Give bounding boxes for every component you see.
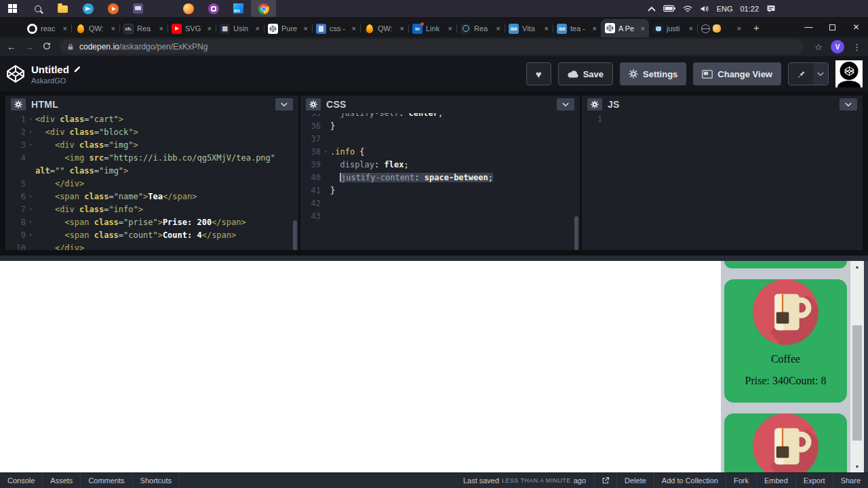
- code-line[interactable]: 38▾.info {: [300, 146, 580, 159]
- code-line[interactable]: 40 justify-content: space-between;: [300, 171, 580, 184]
- pen-author[interactable]: AskardGO: [31, 77, 81, 85]
- like-button[interactable]: ♥: [526, 62, 551, 85]
- browser-tab[interactable]: ch.Rea×: [119, 20, 167, 37]
- codepen-logo-icon[interactable]: [5, 64, 26, 84]
- code-line[interactable]: 7▾ <div class="info">: [5, 203, 298, 216]
- code-line[interactable]: 41}: [300, 184, 580, 197]
- address-bar[interactable]: codepen.io/askardgo/pen/ExKxPNg: [60, 39, 804, 54]
- html-editor-scrollbar[interactable]: [293, 220, 297, 250]
- css-settings-gear-icon[interactable]: [306, 98, 321, 110]
- tray-chevron-up-icon[interactable]: [648, 5, 656, 13]
- footer-embed-button[interactable]: Embed: [756, 473, 795, 488]
- tab-close-icon[interactable]: ×: [63, 24, 67, 33]
- fold-arrow-icon[interactable]: ▾: [26, 190, 35, 203]
- browser-tab[interactable]: QW:×: [71, 20, 119, 37]
- notification-center-icon[interactable]: [766, 4, 776, 14]
- tab-close-icon[interactable]: ×: [448, 24, 452, 33]
- browser-tab[interactable]: SVG×: [167, 20, 216, 37]
- tab-close-icon[interactable]: ×: [737, 24, 741, 33]
- browser-tab[interactable]: justi×: [649, 20, 697, 37]
- browser-tab[interactable]: Pure×: [264, 20, 312, 37]
- open-external-icon[interactable]: [594, 473, 616, 488]
- code-line[interactable]: 4 <img src="https://i.ibb.co/qg5XMjV/tea…: [5, 152, 298, 165]
- forward-button[interactable]: →: [24, 42, 34, 52]
- footer-delete-button[interactable]: Delete: [616, 473, 654, 488]
- fold-arrow-icon[interactable]: ▾: [321, 146, 330, 159]
- tab-close-icon[interactable]: ×: [593, 24, 597, 33]
- browser-tab-active[interactable]: A Pe×: [601, 19, 649, 37]
- taskbar-chrome-icon[interactable]: [251, 0, 276, 17]
- browser-tab[interactable]: ibbtea -×: [553, 20, 601, 37]
- footer-share-button[interactable]: Share: [833, 473, 868, 488]
- js-settings-gear-icon[interactable]: [587, 98, 602, 110]
- user-avatar[interactable]: [835, 60, 863, 87]
- tab-close-icon[interactable]: ×: [400, 24, 404, 33]
- fold-arrow-icon[interactable]: ▾: [26, 139, 35, 152]
- fold-arrow-icon[interactable]: ▾: [26, 216, 35, 229]
- footer-shortcuts-button[interactable]: Shortcuts: [133, 473, 180, 488]
- pin-button[interactable]: [789, 63, 813, 85]
- footer-comments-button[interactable]: Comments: [81, 473, 132, 488]
- code-line[interactable]: 6▾ <span class="name">Tea</span>: [5, 190, 298, 203]
- fold-arrow-icon[interactable]: ▾: [26, 203, 35, 216]
- tab-close-icon[interactable]: ×: [689, 24, 693, 33]
- taskbar-screen-app-icon[interactable]: [125, 0, 151, 17]
- taskbar-firefox-icon[interactable]: [176, 0, 201, 17]
- code-line[interactable]: 36}: [300, 120, 580, 133]
- save-button[interactable]: Save: [558, 62, 613, 85]
- browser-tab[interactable]: reac×: [23, 20, 71, 37]
- bookmark-star-icon[interactable]: ☆: [814, 42, 823, 52]
- fold-arrow-icon[interactable]: ▾: [26, 126, 35, 139]
- wifi-icon[interactable]: [683, 4, 692, 14]
- browser-tab[interactable]: ×: [697, 20, 745, 37]
- code-line[interactable]: 10 </div>: [5, 242, 298, 250]
- taskbar-explorer-icon[interactable]: [50, 0, 75, 17]
- taskbar-telegram-icon[interactable]: [75, 0, 100, 17]
- code-line[interactable]: 1▾<div class="cart">: [5, 113, 298, 126]
- tab-close-icon[interactable]: ×: [256, 24, 260, 33]
- code-line[interactable]: 43: [300, 210, 580, 223]
- code-line[interactable]: 35 justify-self: center;: [300, 113, 580, 120]
- code-line[interactable]: 9▾ <span class="count">Count: 4</span>: [5, 229, 298, 242]
- reload-button[interactable]: [42, 41, 52, 52]
- edit-pencil-icon[interactable]: [73, 65, 81, 73]
- html-collapse-chevron-icon[interactable]: [275, 98, 293, 110]
- footer-export-button[interactable]: Export: [795, 473, 833, 488]
- footer-console-button[interactable]: Console: [0, 473, 43, 488]
- html-settings-gear-icon[interactable]: [11, 98, 26, 110]
- preview-scrollbar[interactable]: ▲ ▼: [850, 261, 864, 472]
- scrollbar-thumb[interactable]: [852, 325, 862, 441]
- taskbar-search-icon[interactable]: [25, 0, 50, 17]
- battery-icon[interactable]: [663, 5, 675, 12]
- new-tab-button[interactable]: +: [753, 22, 760, 33]
- taskbar-swirl-app-icon[interactable]: [151, 0, 176, 17]
- tab-close-icon[interactable]: ×: [545, 24, 549, 33]
- footer-fork-button[interactable]: Fork: [726, 473, 756, 488]
- browser-profile-avatar[interactable]: V: [831, 40, 844, 54]
- code-line[interactable]: 42: [300, 197, 580, 210]
- code-line[interactable]: 1: [582, 113, 863, 126]
- pin-dropdown-chevron-icon[interactable]: [813, 63, 828, 85]
- browser-tab[interactable]: QW:×: [360, 20, 408, 37]
- code-line[interactable]: 8▾ <span class="prise">Prise: 200</span>: [5, 216, 298, 229]
- clock[interactable]: 01:22: [740, 5, 759, 13]
- taskbar-media-player-icon[interactable]: [100, 0, 125, 17]
- tab-close-icon[interactable]: ×: [159, 24, 163, 33]
- fold-arrow-icon[interactable]: ▾: [26, 113, 35, 126]
- scroll-down-arrow-icon[interactable]: ▼: [850, 461, 864, 472]
- html-code-editor[interactable]: 1▾<div class="cart">2▾ <div class="block…: [5, 113, 298, 250]
- tab-close-icon[interactable]: ×: [352, 24, 356, 33]
- js-code-editor[interactable]: 1: [582, 113, 863, 250]
- taskbar-ring-app-icon[interactable]: [201, 0, 226, 17]
- change-view-button[interactable]: Change View: [693, 62, 781, 85]
- js-collapse-chevron-icon[interactable]: [840, 98, 857, 110]
- fold-arrow-icon[interactable]: ▾: [26, 229, 35, 242]
- back-button[interactable]: ←: [7, 42, 16, 52]
- tab-close-icon[interactable]: ×: [208, 24, 212, 33]
- tab-close-icon[interactable]: ×: [496, 24, 500, 33]
- code-line[interactable]: 3▾ <div class="img">: [5, 139, 298, 152]
- tab-close-icon[interactable]: ×: [304, 24, 308, 33]
- browser-menu-icon[interactable]: ⋮: [852, 42, 861, 52]
- code-line[interactable]: 5 </div>: [5, 178, 298, 190]
- tab-close-icon[interactable]: ×: [641, 24, 645, 33]
